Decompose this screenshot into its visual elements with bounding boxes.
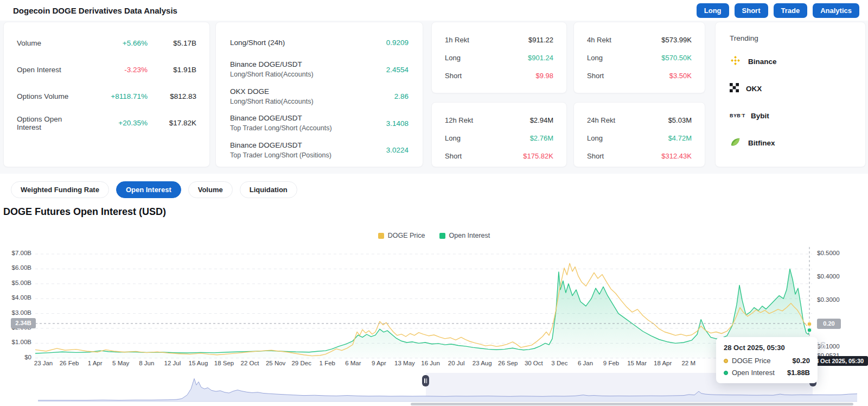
rekt-title: 1h Rekt <box>445 36 528 44</box>
market-stats-card: Volume +5.66% $5.17B Open Interest -3.23… <box>3 22 210 167</box>
header-actions: Long Short Trade Analytics <box>697 3 859 18</box>
ratio-value: 3.1408 <box>386 119 409 128</box>
tooltip-row-open-interest: Open Interest $1.88B <box>724 369 810 377</box>
ratio-value: 2.4554 <box>386 66 409 74</box>
rekt-title: 12h Rekt <box>445 116 530 124</box>
ratio-row: Long/Short (24h) 0.9209 <box>230 29 409 56</box>
rekt-total: $5.03M <box>668 116 692 124</box>
rekt-long-label: Long <box>587 54 661 62</box>
doge-price-dot-icon <box>724 359 728 363</box>
stat-change: +8118.71% <box>87 92 148 100</box>
legend-item-doge-price[interactable]: DOGE Price <box>378 232 425 239</box>
rekt-short-label: Short <box>587 152 661 160</box>
trending-name: Bybit <box>751 112 769 120</box>
tooltip-series-value: $1.88B <box>787 369 810 377</box>
rekt-long-label: Long <box>445 54 528 62</box>
trending-card: Trending Binance OKX BYB'T Bybit <box>715 22 866 167</box>
rekt-card-4h: 4h Rekt$573.99K Long$570.50K Short$3.50K <box>573 22 705 93</box>
stat-label: Options Volume <box>17 92 87 100</box>
tab-open-interest[interactable]: Open Interest <box>116 181 181 198</box>
tooltip-series-value: $0.20 <box>792 357 810 365</box>
bybit-icon: BYB'T <box>730 113 744 118</box>
long-button[interactable]: Long <box>697 3 729 18</box>
tooltip-series-name: DOGE Price <box>732 357 771 365</box>
legend-label: Open Interest <box>449 232 490 239</box>
rekt-total: $573.99K <box>661 36 692 44</box>
stat-value: $812.83 <box>148 92 196 100</box>
stat-value: $17.82K <box>148 119 196 127</box>
ratio-sublabel: Top Trader Long/Short (Accounts) <box>230 123 386 133</box>
stat-value: $1.91B <box>148 66 196 74</box>
rekt-short-value: $312.43K <box>661 152 692 160</box>
chart-tooltip: 28 Oct 2025, 05:30 DOGE Price $0.20 Open… <box>716 337 818 383</box>
ratio-value: 3.0224 <box>386 146 409 154</box>
trending-name: OKX <box>746 85 762 93</box>
rekt-total: $911.22 <box>528 36 553 44</box>
stat-row-volume: Volume +5.66% $5.17B <box>17 30 196 56</box>
ratio-row: Binance DOGE/USDT Top Trader Long/Short … <box>230 110 409 137</box>
stat-row-open-interest: Open Interest -3.23% $1.91B <box>17 56 196 83</box>
short-button[interactable]: Short <box>735 3 768 18</box>
ratio-row: Binance DOGE/USDT Top Trader Long/Short … <box>230 137 409 164</box>
ratio-label: Binance DOGE/USDT <box>230 113 386 123</box>
open-interest-swatch <box>439 233 445 239</box>
rekt-title: 24h Rekt <box>587 116 668 124</box>
rekt-long-value: $4.72M <box>668 134 692 142</box>
rekt-short-label: Short <box>445 152 523 160</box>
stat-value: $5.17B <box>148 39 196 47</box>
trending-item-bitfinex[interactable]: Bitfinex <box>730 129 851 156</box>
page-header: Dogecoin DOGE Derivatives Data Analysis … <box>0 0 868 21</box>
rekt-long-value: $2.76M <box>530 134 553 142</box>
rekt-card-24h: 24h Rekt$5.03M Long$4.72M Short$312.43K <box>573 102 705 167</box>
ratio-label: Binance DOGE/USDT <box>230 141 386 150</box>
long-short-ratio-card: Long/Short (24h) 0.9209 Binance DOGE/USD… <box>215 22 423 167</box>
rekt-long-value: $901.24 <box>528 54 553 62</box>
crosshair-right-badge: 0.20 <box>817 319 841 329</box>
trending-item-binance[interactable]: Binance <box>730 48 851 75</box>
chart-legend: DOGE Price Open Interest <box>0 232 868 239</box>
ratio-sublabel: Long/Short Ratio(Accounts) <box>230 97 394 106</box>
ratio-sublabel: Top Trader Long/Short (Positions) <box>230 150 386 160</box>
okx-icon <box>730 83 739 94</box>
ratio-row: OKX DOGE Long/Short Ratio(Accounts) 2.86 <box>230 83 409 110</box>
bitfinex-icon <box>730 136 741 150</box>
trending-item-bybit[interactable]: BYB'T Bybit <box>730 102 851 129</box>
trending-item-okx[interactable]: OKX <box>730 75 851 102</box>
rekt-total: $2.94M <box>530 116 553 124</box>
crosshair-left-badge: 2.34B <box>11 318 36 328</box>
stat-change: +20.35% <box>87 119 148 127</box>
horizontal-scrollbar-thumb[interactable] <box>411 403 853 405</box>
rekt-short-label: Short <box>587 72 669 80</box>
stat-row-options-volume: Options Volume +8118.71% $812.83 <box>17 83 196 110</box>
chart-title: DOGE Futures Open Interest (USD) <box>3 206 166 218</box>
rekt-short-value: $3.50K <box>669 72 692 80</box>
analytics-button[interactable]: Analytics <box>813 3 859 18</box>
tooltip-row-doge-price: DOGE Price $0.20 <box>724 357 810 365</box>
legend-item-open-interest[interactable]: Open Interest <box>439 232 490 239</box>
stat-change: -3.23% <box>87 66 148 74</box>
ratio-label: Long/Short (24h) <box>230 38 386 48</box>
ratio-value: 0.9209 <box>386 39 409 47</box>
rekt-short-value: $175.82K <box>523 152 553 160</box>
tab-weighted-funding-rate[interactable]: Weighted Funding Rate <box>11 181 109 198</box>
tab-volume[interactable]: Volume <box>188 181 233 198</box>
rekt-long-label: Long <box>587 134 668 142</box>
stat-change: +5.66% <box>87 39 148 47</box>
trending-title: Trending <box>730 34 851 42</box>
doge-price-swatch <box>378 233 384 239</box>
rekt-long-value: $570.50K <box>661 54 692 62</box>
open-interest-dot-icon <box>724 371 728 375</box>
rekt-short-label: Short <box>445 72 535 80</box>
page-title: Dogecoin DOGE Derivatives Data Analysis <box>13 6 177 15</box>
tooltip-series-name: Open Interest <box>732 369 775 377</box>
trade-button[interactable]: Trade <box>774 3 808 18</box>
rekt-long-label: Long <box>445 134 530 142</box>
navigator-left-handle[interactable] <box>422 375 429 386</box>
rekt-title: 4h Rekt <box>587 36 661 44</box>
ratio-label: Binance DOGE/USDT <box>230 60 386 69</box>
rekt-card-1h: 1h Rekt$911.22 Long$901.24 Short$9.98 <box>431 22 567 93</box>
stat-label: Volume <box>17 39 87 47</box>
stat-label: Options Open Interest <box>17 115 87 131</box>
stat-row-options-open-interest: Options Open Interest +20.35% $17.82K <box>17 110 196 136</box>
tab-liquidation[interactable]: Liquidation <box>240 181 297 198</box>
